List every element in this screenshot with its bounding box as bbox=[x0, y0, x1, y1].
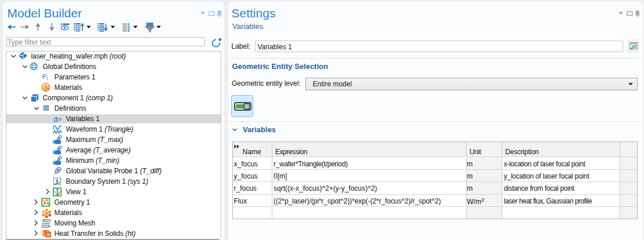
svg-text:i: i bbox=[47, 75, 48, 81]
svg-text:P: P bbox=[42, 72, 47, 79]
